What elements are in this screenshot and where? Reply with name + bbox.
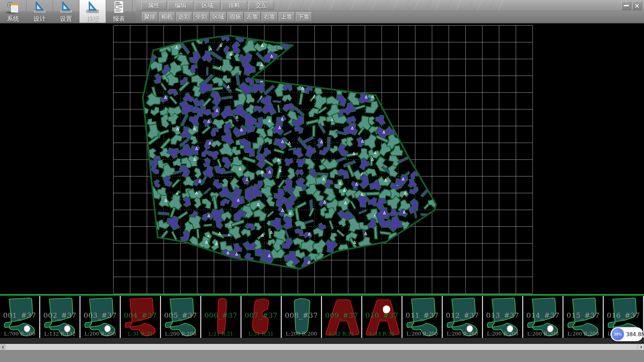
main-tab-4[interactable]: 排版 bbox=[79, 0, 106, 23]
piece-shape bbox=[40, 296, 79, 338]
piece-thumbnail-6[interactable]: 006_#37L:21 R:21 bbox=[201, 296, 241, 338]
tool-button-1[interactable]: 聚排 bbox=[142, 12, 158, 22]
piece-shape bbox=[241, 296, 281, 338]
memory-percent-indicator: 38% bbox=[611, 328, 624, 341]
ruler-icon bbox=[85, 1, 100, 14]
piece-thumbnail-9[interactable]: 009_#37L:32 R:31 bbox=[322, 296, 362, 338]
piece-thumbnail-11[interactable]: 011_#37L:200 R:200 bbox=[402, 296, 443, 338]
memory-usage-badge: 38% 384.8M bbox=[610, 327, 643, 341]
strip-lower-band bbox=[0, 338, 644, 344]
piece-shape bbox=[322, 296, 361, 338]
piece-shape bbox=[402, 296, 442, 338]
piece-thumbnail-14[interactable]: 014_#37L:200 R:200 bbox=[523, 296, 564, 338]
ruler-icon bbox=[58, 1, 74, 14]
main-tab-label: 系统 bbox=[7, 15, 19, 22]
tool-button-7[interactable]: 左靠 bbox=[245, 12, 261, 22]
main-tab-1[interactable]: 系统 bbox=[0, 0, 26, 23]
piece-shape bbox=[443, 296, 482, 338]
piece-thumbnail-8[interactable]: 008_#37L:200 R:200 bbox=[282, 296, 322, 338]
main-tab-bar: 系统设计设置排版报表 bbox=[0, 0, 132, 23]
scrollbar-thumb[interactable] bbox=[6, 344, 637, 350]
window-controls: × bbox=[622, 1, 642, 10]
tool-button-6[interactable]: 瑕疵 bbox=[227, 12, 244, 22]
tool-button-3[interactable]: 选割 bbox=[176, 12, 192, 22]
report-icon bbox=[111, 1, 127, 14]
tool-button-10[interactable]: 下靠 bbox=[296, 12, 312, 22]
nesting-canvas[interactable] bbox=[0, 23, 644, 294]
ruler-icon bbox=[32, 1, 47, 14]
piece-shape bbox=[161, 296, 200, 338]
piece-thumbnail-5[interactable]: 005_#37L:200 R:200 bbox=[161, 296, 201, 338]
scroll-left-arrow-icon[interactable]: ‹ bbox=[0, 344, 6, 350]
menu-tab-3[interactable]: 区域 bbox=[195, 1, 220, 10]
minimize-button[interactable] bbox=[622, 1, 631, 10]
piece-thumbnail-12[interactable]: 012_#37L:200 R:200 bbox=[443, 296, 483, 338]
piece-shape bbox=[282, 296, 321, 338]
memory-amount: 384.8M bbox=[626, 327, 644, 341]
piece-shape bbox=[201, 296, 240, 338]
piece-thumbnail-7[interactable]: 007_#37L:31 R:31 bbox=[241, 296, 282, 338]
main-tab-label: 报表 bbox=[113, 15, 125, 22]
piece-thumbnail-4[interactable]: 004_#37L:31 R:31 bbox=[121, 296, 161, 338]
piece-thumbnail-1[interactable]: 001_#37L:700 R:700 bbox=[0, 296, 40, 338]
piece-shape bbox=[0, 296, 39, 338]
piece-thumbnail-13[interactable]: 013_#37L:200 R:200 bbox=[483, 296, 523, 338]
piece-thumbnail-10[interactable]: 010_#37L:33 R:33 bbox=[362, 296, 402, 338]
piece-shape bbox=[483, 296, 522, 338]
tool-button-5[interactable]: 区域 bbox=[210, 12, 226, 22]
main-tab-5[interactable]: 报表 bbox=[106, 0, 132, 23]
piece-thumbnail-2[interactable]: 002_#37L:132 R:132 bbox=[40, 296, 80, 338]
main-tab-label: 设置 bbox=[60, 15, 72, 22]
piece-thumbnail-strip: 001_#37L:700 R:700002_#37L:132 R:132003_… bbox=[0, 296, 644, 338]
piece-thumbnail-15[interactable]: 015_#37L:200 R:200 bbox=[564, 296, 604, 338]
horizontal-scrollbar[interactable]: ‹ › bbox=[0, 344, 644, 350]
piece-shape bbox=[564, 296, 603, 338]
tool-button-2[interactable]: 相机 bbox=[159, 12, 175, 22]
system-icon bbox=[5, 1, 21, 14]
close-icon: × bbox=[635, 2, 640, 9]
main-tab-3[interactable]: 设置 bbox=[53, 0, 79, 23]
piece-shape bbox=[80, 296, 120, 338]
tool-button-8[interactable]: 右靠 bbox=[262, 12, 278, 22]
scroll-right-arrow-icon[interactable]: › bbox=[638, 344, 644, 350]
application-window: 系统设计设置排版报表 属性编辑区域排料交互 聚排相机选割全割区域瑕疵左靠右靠上靠… bbox=[0, 0, 644, 362]
piece-shape bbox=[362, 296, 401, 338]
menu-tab-1[interactable]: 属性 bbox=[141, 1, 167, 10]
minimize-icon bbox=[624, 5, 629, 6]
piece-shape bbox=[523, 296, 562, 338]
menu-tab-4[interactable]: 排料 bbox=[222, 1, 247, 10]
main-tab-label: 排版 bbox=[87, 15, 99, 22]
close-button[interactable]: × bbox=[632, 1, 642, 10]
nesting-canvas-svg bbox=[0, 23, 644, 294]
toolbar: 系统设计设置排版报表 属性编辑区域排料交互 聚排相机选割全割区域瑕疵左靠右靠上靠… bbox=[0, 0, 644, 23]
menu-tab-2[interactable]: 编辑 bbox=[168, 1, 194, 10]
tool-button-9[interactable]: 上靠 bbox=[279, 12, 295, 22]
menu-tab-5[interactable]: 交互 bbox=[249, 1, 274, 10]
piece-shape bbox=[121, 296, 160, 338]
strip-separator bbox=[0, 294, 644, 296]
tool-button-4[interactable]: 全割 bbox=[193, 12, 209, 22]
piece-thumbnail-3[interactable]: 003_#37L:200 R:200 bbox=[80, 296, 121, 338]
status-bar bbox=[0, 350, 644, 362]
main-tab-2[interactable]: 设计 bbox=[26, 0, 53, 23]
main-tab-label: 设计 bbox=[34, 15, 46, 22]
